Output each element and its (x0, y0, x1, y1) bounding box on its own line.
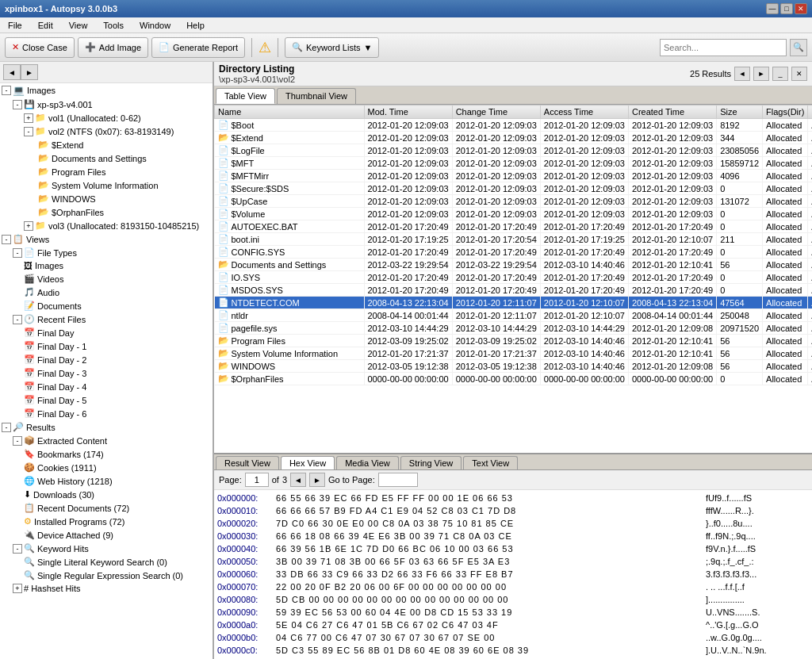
tab-thumbnail-view[interactable]: Thumbnail View (277, 88, 356, 104)
tree-item-device[interactable]: 🔌 Device Attached (9) (0, 528, 213, 542)
keyword-lists-button[interactable]: 🔍 Keyword Lists ▼ (285, 37, 379, 58)
page-number-input[interactable] (245, 473, 269, 487)
tree-item-regex-search[interactable]: 🔍 Single Regular Expression Search (0) (0, 569, 213, 582)
dir-close-button[interactable]: ✕ (791, 67, 807, 81)
tree-item-vol3[interactable]: + 📁 vol3 (Unallocated: 8193150-10485215) (0, 219, 213, 232)
file-table-container[interactable]: Name Mod. Time Change Time Access Time C… (214, 105, 812, 453)
tree-item-sysvolinfo[interactable]: 📂 System Volume Information (0, 178, 213, 192)
table-row[interactable]: 📂Program Files 2012-03-09 19:25:02 2012-… (215, 335, 813, 347)
menu-window[interactable]: Window (135, 19, 175, 32)
tree-item-docs-settings[interactable]: 📂 Documents and Settings (0, 151, 213, 165)
table-row[interactable]: 📄boot.ini 2012-01-20 17:19:25 2012-01-20… (215, 233, 813, 246)
tree-item-final-day-6[interactable]: 📅 Final Day - 6 (0, 407, 213, 420)
dir-prev-button[interactable]: ◄ (734, 67, 750, 81)
table-row[interactable]: 📄$Boot 2012-01-20 12:09:03 2012-01-20 12… (215, 119, 813, 132)
tab-hex-view[interactable]: Hex View (281, 456, 335, 469)
table-row[interactable]: 📄$MFT 2012-01-20 12:09:03 2012-01-20 12:… (215, 157, 813, 170)
tree-item-final-day-2[interactable]: 📅 Final Day - 2 (0, 353, 213, 366)
tree-item-cookies[interactable]: 🍪 Cookies (1911) (0, 461, 213, 474)
expand-xpsp3[interactable]: - (13, 100, 22, 109)
tree-item-vol2[interactable]: - 📁 vol2 (NTFS (0x07): 63-8193149) (0, 125, 213, 138)
tab-text-view[interactable]: Text View (463, 456, 518, 469)
tree-item-web-history[interactable]: 🌐 Web History (1218) (0, 474, 213, 488)
goto-input[interactable] (378, 473, 418, 487)
table-row[interactable]: 📄$MFTMirr 2012-01-20 12:09:03 2012-01-20… (215, 170, 813, 182)
page-next-button[interactable]: ► (309, 473, 325, 487)
expand-views[interactable]: - (2, 235, 11, 244)
expand-vol3[interactable]: + (24, 221, 33, 231)
search-button[interactable]: 🔍 (790, 39, 807, 56)
table-row[interactable]: 📂$OrphanFiles 0000-00-00 00:00:00 0000-0… (215, 373, 813, 385)
tree-item-installed[interactable]: ⚙ Installed Programs (72) (0, 515, 213, 528)
table-row[interactable]: 📄$UpCase 2012-01-20 12:09:03 2012-01-20 … (215, 195, 813, 208)
col-change-time[interactable]: Change Time (452, 105, 540, 119)
table-row[interactable]: 📄pagefile.sys 2012-03-10 14:44:29 2012-0… (215, 322, 813, 335)
expand-extracted[interactable]: - (13, 436, 22, 446)
tab-media-view[interactable]: Media View (336, 456, 399, 469)
tab-table-view[interactable]: Table View (216, 88, 275, 104)
page-prev-button[interactable]: ◄ (290, 473, 306, 487)
tree-item-images[interactable]: - 💻 Images (0, 83, 213, 98)
nav-forward-button[interactable]: ► (21, 64, 38, 80)
dir-next-button[interactable]: ► (753, 67, 769, 81)
tree-item-final-day-5[interactable]: 📅 Final Day - 5 (0, 393, 213, 407)
close-button[interactable]: ✕ (795, 3, 807, 14)
generate-report-button[interactable]: 📄 Generate Report (151, 37, 245, 58)
table-row[interactable]: 📂System Volume Information 2012-01-20 17… (215, 347, 813, 360)
expand-images[interactable]: - (2, 86, 11, 95)
tree-item-orphanfiles[interactable]: 📂 $OrphanFiles (0, 205, 213, 219)
expand-vol2[interactable]: - (24, 127, 33, 136)
tree-item-recent-files[interactable]: - 🕐 Recent Files (0, 312, 213, 326)
table-row[interactable]: 📂Documents and Settings 2012-03-22 19:29… (215, 259, 813, 271)
tree-item-program-files[interactable]: 📂 Program Files (0, 165, 213, 178)
table-row[interactable]: 📄IO.SYS 2012-01-20 17:20:49 2012-01-20 1… (215, 271, 813, 284)
expand-recent[interactable]: - (13, 315, 22, 324)
tree-item-literal-search[interactable]: 🔍 Single Literal Keyword Search (0) (0, 555, 213, 569)
table-row[interactable]: 📄CONFIG.SYS 2012-01-20 17:20:49 2012-01-… (215, 246, 813, 259)
add-image-button[interactable]: ➕ Add Image (78, 37, 148, 58)
tab-result-view[interactable]: Result View (216, 456, 279, 469)
tree-item-extracted[interactable]: - 📦 Extracted Content (0, 434, 213, 447)
tree-item-bookmarks[interactable]: 🔖 Bookmarks (174) (0, 447, 213, 461)
tab-string-view[interactable]: String View (400, 456, 462, 469)
nav-back-button[interactable]: ◄ (3, 64, 21, 80)
col-name[interactable]: Name (215, 105, 365, 119)
tree-item-downloads[interactable]: ⬇ Downloads (30) (0, 488, 213, 501)
tree-item-final-day[interactable]: 📅 Final Day (0, 326, 213, 339)
tree-item-images-ft[interactable]: 🖼 Images (0, 259, 213, 272)
expand-keywords[interactable]: - (13, 544, 22, 554)
expand-filetypes[interactable]: - (13, 248, 22, 258)
tree-item-documents[interactable]: 📝 Documents (0, 299, 213, 312)
table-row[interactable]: 📄NTDETECT.COM 2008-04-13 22:13:04 2012-0… (215, 297, 813, 309)
dir-collapse-button[interactable]: _ (772, 67, 788, 81)
table-row[interactable]: 📂WINDOWS 2012-03-05 19:12:38 2012-03-05 … (215, 360, 813, 373)
col-access-time[interactable]: Access Time (540, 105, 628, 119)
col-created-time[interactable]: Created Time (628, 105, 716, 119)
expand-vol1[interactable]: + (24, 113, 33, 123)
tree-item-extend[interactable]: 📂 $Extend (0, 138, 213, 151)
menu-tools[interactable]: Tools (98, 19, 128, 32)
table-row[interactable]: 📄$Volume 2012-01-20 12:09:03 2012-01-20 … (215, 208, 813, 220)
table-row[interactable]: 📄$Secure:$SDS 2012-01-20 12:09:03 2012-0… (215, 182, 813, 195)
tree-item-xpsp3[interactable]: - 💾 xp-sp3-v4.001 (0, 98, 213, 111)
tree-item-final-day-3[interactable]: 📅 Final Day - 3 (0, 366, 213, 380)
tree-item-videos[interactable]: 🎬 Videos (0, 272, 213, 285)
hex-view[interactable]: 0x000000: 66 55 66 39 EC 66 FD E5 FF FF … (214, 490, 812, 659)
col-flags-dir[interactable]: Flags(Dir) (763, 105, 808, 119)
table-row[interactable]: 📄$LogFile 2012-01-20 12:09:03 2012-01-20… (215, 144, 813, 157)
tree-item-vol1[interactable]: + 📁 vol1 (Unallocated: 0-62) (0, 111, 213, 125)
tree-item-keyword-hits[interactable]: - 🔍 Keyword Hits (0, 542, 213, 555)
tree-item-hashset[interactable]: + # Hashset Hits (0, 582, 213, 595)
col-size[interactable]: Size (717, 105, 763, 119)
tree-item-final-day-4[interactable]: 📅 Final Day - 4 (0, 380, 213, 393)
table-row[interactable]: 📄ntldr 2008-04-14 00:01:44 2012-01-20 12… (215, 309, 813, 322)
menu-view[interactable]: View (64, 19, 93, 32)
tree-item-views[interactable]: - 📋 Views (0, 232, 213, 246)
menu-help[interactable]: Help (182, 19, 209, 32)
tree-item-results[interactable]: - 🔎 Results (0, 420, 213, 434)
tree-item-windows[interactable]: 📂 WINDOWS (0, 192, 213, 205)
table-row[interactable]: 📄AUTOEXEC.BAT 2012-01-20 17:20:49 2012-0… (215, 220, 813, 233)
expand-hashset[interactable]: + (13, 584, 22, 593)
table-row[interactable]: 📂$Extend 2012-01-20 12:09:03 2012-01-20 … (215, 132, 813, 144)
expand-results[interactable]: - (2, 423, 11, 432)
